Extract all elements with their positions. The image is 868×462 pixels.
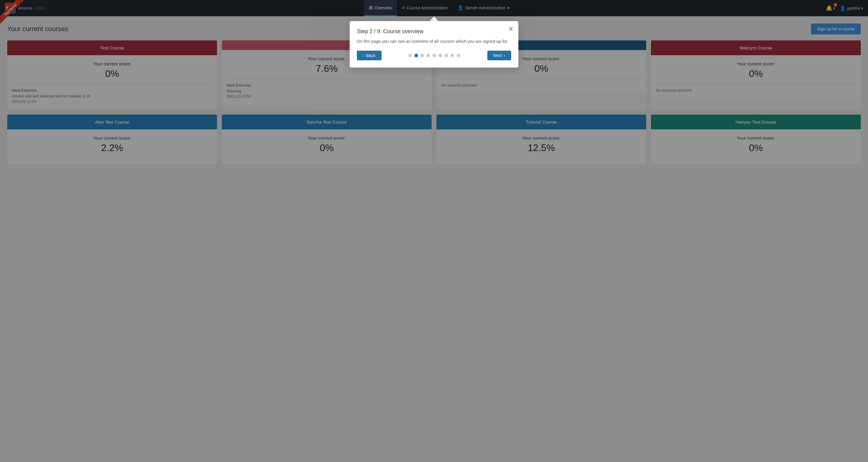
pagination-dot-4[interactable]	[433, 54, 436, 57]
next-chevron-icon: ›	[504, 53, 505, 58]
pagination-dot-0[interactable]	[408, 54, 412, 57]
tooltip-arrow	[430, 16, 438, 21]
pagination-dot-6[interactable]	[444, 54, 448, 57]
modal-footer: ‹ Back Next ›	[357, 51, 511, 60]
pagination-dots	[408, 54, 460, 57]
pagination-dot-1[interactable]	[414, 54, 418, 57]
pagination-dot-8[interactable]	[457, 54, 460, 57]
tutorial-modal: ✕ Step 2 / 9: Course overview On this pa…	[350, 21, 518, 67]
back-button[interactable]: ‹ Back	[357, 51, 381, 60]
next-label: Next	[493, 53, 502, 58]
back-chevron-icon: ‹	[363, 53, 364, 58]
pagination-dot-3[interactable]	[427, 54, 430, 57]
modal-close-button[interactable]: ✕	[508, 26, 514, 32]
pagination-dot-5[interactable]	[438, 54, 442, 57]
pagination-dot-7[interactable]	[451, 54, 454, 57]
modal-title: Step 2 / 9: Course overview	[357, 28, 511, 35]
pagination-dot-2[interactable]	[421, 54, 424, 57]
modal-overlay: ✕ Step 2 / 9: Course overview On this pa…	[0, 0, 868, 462]
back-label: Back	[366, 53, 375, 58]
next-button[interactable]: Next ›	[487, 51, 511, 60]
modal-description: On this page you can see an overview of …	[357, 38, 511, 45]
